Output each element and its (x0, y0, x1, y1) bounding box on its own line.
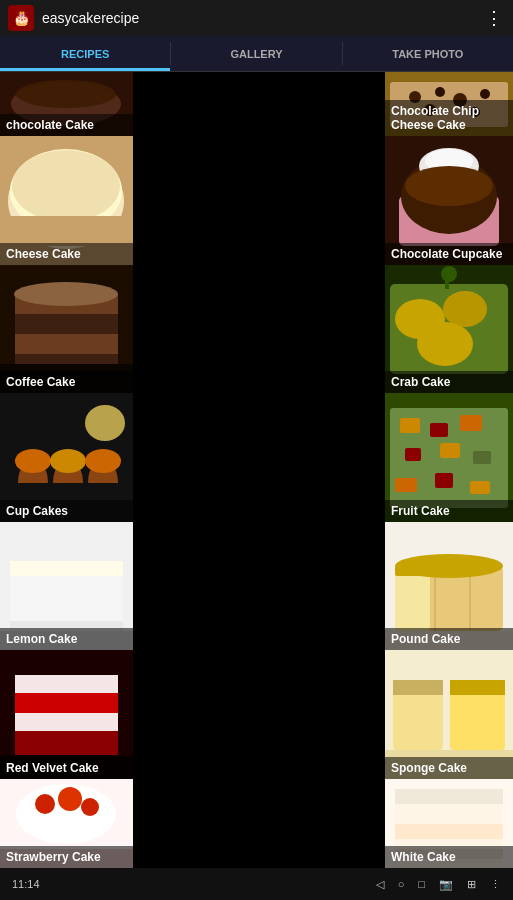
svg-rect-70 (440, 443, 460, 458)
svg-point-18 (50, 449, 86, 473)
svg-point-6 (12, 150, 120, 222)
cake-label-crab-cake: Crab Cake (385, 371, 513, 393)
svg-rect-74 (470, 481, 490, 494)
svg-rect-85 (393, 680, 443, 695)
svg-point-20 (85, 405, 125, 441)
status-time: 11:14 (12, 878, 40, 890)
svg-rect-69 (405, 448, 421, 461)
svg-point-81 (395, 554, 503, 578)
recipe-grid: chocolate Cake Cheese Cake (0, 72, 513, 868)
svg-rect-91 (395, 789, 503, 804)
cake-item-strawberry-cake[interactable]: Strawberry Cake (0, 779, 133, 868)
cake-label-white-cake: White Cake (385, 846, 513, 868)
app-icon: 🎂 (8, 5, 34, 31)
header-left: 🎂 easycakerecipe (8, 5, 139, 31)
home-icon[interactable]: ○ (398, 878, 405, 891)
cake-item-white-cake[interactable]: White Cake (385, 779, 513, 868)
cake-label-chocolate-cupcake: Chocolate Cupcake (385, 243, 513, 265)
cake-item-pound-cake[interactable]: Pound Cake (385, 522, 513, 651)
svg-rect-30 (15, 693, 118, 713)
more-icon[interactable]: ⋮ (490, 878, 501, 891)
header-menu-icon[interactable]: ⋮ (485, 7, 505, 29)
svg-rect-92 (395, 824, 503, 839)
cake-label-sponge-cake: Sponge Cake (385, 757, 513, 779)
app-header: 🎂 easycakerecipe ⋮ (0, 0, 513, 36)
left-column: chocolate Cake Cheese Cake (0, 72, 133, 868)
app-icon-emoji: 🎂 (13, 10, 30, 26)
svg-point-56 (405, 166, 493, 206)
back-icon[interactable]: ◁ (376, 878, 384, 891)
svg-rect-7 (10, 216, 123, 246)
svg-rect-12 (15, 334, 118, 354)
svg-rect-87 (450, 680, 505, 695)
cake-item-chocolate-cake[interactable]: chocolate Cake (0, 72, 133, 136)
cake-item-cheese-cake[interactable]: Cheese Cake (0, 136, 133, 265)
svg-point-60 (443, 291, 487, 327)
svg-point-17 (15, 449, 51, 473)
svg-point-46 (435, 87, 445, 97)
recent-icon[interactable]: □ (418, 878, 425, 891)
svg-rect-72 (395, 478, 417, 492)
cake-label-strawberry-cake: Strawberry Cake (0, 846, 133, 868)
tab-gallery[interactable]: GALLERY (171, 36, 341, 71)
app-title: easycakerecipe (42, 10, 139, 26)
cake-label-choc-chip-cheese: Chocolate ChipCheese Cake (385, 100, 513, 136)
cake-item-sponge-cake[interactable]: Sponge Cake (385, 650, 513, 779)
svg-point-61 (417, 322, 473, 366)
cake-label-fruit-cake: Fruit Cake (385, 500, 513, 522)
cake-label-coffee-cake: Coffee Cake (0, 371, 133, 393)
cake-item-choc-chip-cheese-cake[interactable]: Chocolate ChipCheese Cake (385, 72, 513, 136)
cake-item-cup-cakes[interactable]: Cup Cakes (0, 393, 133, 522)
cake-label-red-velvet-cake: Red Velvet Cake (0, 757, 133, 779)
cake-item-crab-cake[interactable]: Crab Cake (385, 265, 513, 394)
bottom-icons: ◁ ○ □ 📷 ⊞ ⋮ (376, 878, 501, 891)
cake-label-cheese-cake: Cheese Cake (0, 243, 133, 265)
cake-item-chocolate-cupcake[interactable]: Chocolate Cupcake (385, 136, 513, 265)
svg-point-2 (16, 80, 116, 108)
cake-item-lemon-cake[interactable]: Lemon Cake (0, 522, 133, 651)
cake-label-chocolate-cake: chocolate Cake (0, 114, 133, 136)
svg-point-14 (14, 282, 118, 306)
screenshot-icon[interactable]: 📷 (439, 878, 453, 891)
svg-point-19 (85, 449, 121, 473)
svg-point-48 (480, 89, 490, 99)
svg-rect-71 (473, 451, 491, 464)
cake-label-lemon-cake: Lemon Cake (0, 628, 133, 650)
svg-rect-32 (15, 731, 118, 755)
cake-item-coffee-cake[interactable]: Coffee Cake (0, 265, 133, 394)
svg-rect-13 (15, 354, 118, 364)
cake-label-cup-cakes: Cup Cakes (0, 500, 133, 522)
svg-rect-66 (400, 418, 420, 433)
cake-label-pound-cake: Pound Cake (385, 628, 513, 650)
svg-rect-11 (15, 314, 118, 334)
cake-item-fruit-cake[interactable]: Fruit Cake (385, 393, 513, 522)
svg-rect-68 (460, 415, 482, 431)
expand-icon[interactable]: ⊞ (467, 878, 476, 891)
tab-take-photo[interactable]: TAKE PHOTO (343, 36, 513, 71)
middle-spacer (133, 72, 385, 868)
tab-recipes[interactable]: RECIPES (0, 36, 170, 71)
svg-rect-73 (435, 473, 453, 488)
cake-item-red-velvet-cake[interactable]: Red Velvet Cake (0, 650, 133, 779)
svg-rect-23 (10, 561, 123, 576)
tab-bar: RECIPES GALLERY TAKE PHOTO (0, 36, 513, 72)
svg-rect-63 (445, 274, 449, 289)
svg-rect-29 (15, 675, 118, 693)
right-column: Chocolate ChipCheese Cake Chocolate (385, 72, 513, 868)
svg-rect-67 (430, 423, 448, 437)
svg-rect-31 (15, 713, 118, 731)
bottom-bar: 11:14 ◁ ○ □ 📷 ⊞ ⋮ (0, 868, 513, 900)
